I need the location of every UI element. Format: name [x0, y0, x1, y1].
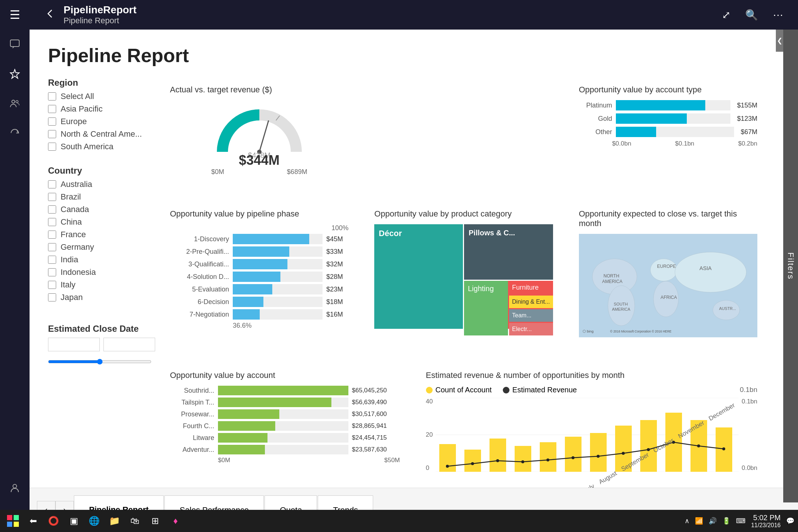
gauge-container: $438M $344M $0M $689M — [211, 100, 307, 176]
pipeline-track-1 — [233, 234, 323, 244]
taskbar-volume-icon[interactable]: 🔊 — [709, 517, 717, 525]
country-india[interactable]: India — [48, 255, 151, 265]
country-japan[interactable]: Japan — [48, 293, 151, 302]
search-button[interactable]: 🔍 — [745, 9, 758, 21]
gauge-axis-labels: $0M $689M — [211, 168, 307, 176]
region-asia-pacific[interactable]: Asia Pacific — [48, 104, 151, 114]
country-brazil-cb[interactable] — [48, 193, 56, 201]
region-south-america-checkbox[interactable] — [48, 143, 56, 151]
taskbar-battery-icon[interactable]: 🔋 — [722, 517, 730, 525]
country-australia[interactable]: Australia — [48, 180, 151, 189]
sidebar-people-icon[interactable] — [0, 89, 30, 118]
country-canada[interactable]: Canada — [48, 205, 151, 214]
region-north-central-checkbox[interactable] — [48, 130, 56, 138]
actual-vs-target-chart: Actual vs. target revenue ($) — [163, 78, 356, 183]
date-range-slider[interactable] — [48, 359, 151, 365]
svg-point-43 — [496, 459, 499, 462]
country-canada-cb[interactable] — [48, 205, 56, 214]
date-range-label: Estimated Close Date — [48, 324, 151, 334]
country-china-cb[interactable] — [48, 218, 56, 226]
country-indonesia[interactable]: Indonesia — [48, 267, 151, 277]
country-filter-label: Country — [48, 166, 151, 176]
pipeline-track-7 — [233, 309, 323, 320]
taskbar-chevron-icon[interactable]: ∧ — [685, 517, 689, 525]
taskbar-multitask-button[interactable]: ▣ — [65, 512, 83, 530]
country-china[interactable]: China — [48, 217, 151, 227]
region-select-all[interactable]: Select All — [48, 92, 151, 101]
acct-track-adventur — [218, 445, 348, 454]
bar-value-other: $67M — [741, 128, 757, 136]
country-italy[interactable]: Italy — [48, 280, 151, 290]
back-button[interactable] — [44, 8, 56, 22]
pipeline-label-4: 4-Solution D... — [170, 273, 229, 281]
treemap-team-label: Team... — [512, 312, 531, 318]
charts-top-row: Actual vs. target revenue ($) — [163, 78, 765, 183]
topbar-title-sub: Pipeline Report — [64, 16, 137, 25]
country-australia-cb[interactable] — [48, 180, 56, 188]
svg-rect-33 — [540, 442, 556, 472]
taskbar-store-icon[interactable]: 🛍 — [126, 512, 144, 530]
taskbar-home-button[interactable]: ⭕ — [44, 512, 63, 530]
sidebar-user-icon[interactable] — [0, 473, 30, 502]
region-south-america-label: South America — [61, 142, 113, 151]
pipeline-track-4 — [233, 272, 323, 282]
opportunity-map-chart: Opportunity expected to close vs. target… — [572, 202, 765, 345]
acct-val-fourth: $28,865,941 — [352, 422, 400, 430]
acct-label-southrid: Southrid... — [170, 387, 214, 395]
taskbar-edge-icon[interactable]: 🌐 — [85, 512, 103, 530]
region-europe[interactable]: Europe — [48, 117, 151, 126]
country-india-cb[interactable] — [48, 256, 56, 264]
region-asia-pacific-label: Asia Pacific — [61, 104, 103, 114]
y-left-0: 0 — [426, 464, 433, 472]
pipeline-val-5: $23M — [326, 286, 348, 293]
date-start-input[interactable]: 1/20/2015 — [48, 338, 100, 351]
start-button[interactable] — [4, 512, 22, 530]
country-indonesia-cb[interactable] — [48, 268, 56, 276]
region-europe-checkbox[interactable] — [48, 117, 56, 126]
svg-rect-56 — [14, 522, 19, 527]
country-germany[interactable]: Germany — [48, 242, 151, 252]
more-button[interactable]: ⋯ — [773, 9, 783, 21]
country-france-cb[interactable] — [48, 231, 56, 239]
hamburger-button[interactable]: ☰ — [0, 0, 30, 30]
sidebar-refresh-icon[interactable] — [0, 118, 30, 148]
acct-bar-southrid: Southrid... $65,045,250 — [170, 386, 400, 395]
country-brazil[interactable]: Brazil — [48, 192, 151, 202]
pipeline-bar-7: 7-Negotiation $16M — [170, 309, 348, 320]
taskbar-notification-icon[interactable]: 💬 — [786, 517, 794, 525]
country-italy-cb[interactable] — [48, 281, 56, 289]
region-select-all-checkbox[interactable] — [48, 92, 56, 100]
treemap-lighting-label: Lighting — [468, 284, 494, 293]
taskbar-explorer-icon[interactable]: 📁 — [105, 512, 124, 530]
region-north-central[interactable]: North & Central Ame... — [48, 129, 151, 139]
svg-rect-0 — [10, 40, 19, 47]
region-asia-pacific-checkbox[interactable] — [48, 105, 56, 113]
pipeline-bar-4: 4-Solution D... $28M — [170, 272, 348, 282]
sidebar-star-icon[interactable] — [0, 59, 30, 89]
country-germany-cb[interactable] — [48, 243, 56, 251]
region-south-america[interactable]: South America — [48, 142, 151, 151]
treemap-pillows: Pillows & C... — [464, 224, 553, 280]
date-end-input[interactable]: 12/6/2016 — [103, 338, 155, 351]
country-japan-cb[interactable] — [48, 293, 56, 301]
country-australia-label: Australia — [61, 180, 92, 189]
svg-rect-30 — [464, 450, 481, 472]
product-category-title: Opportunity value by product category — [374, 209, 553, 219]
taskbar-network-icon[interactable]: 📶 — [695, 517, 703, 525]
taskbar-back-button[interactable]: ⬅ — [24, 512, 42, 530]
filters-panel-label[interactable]: Filters — [783, 30, 798, 502]
y-right-00: 0.0bn — [741, 464, 757, 472]
taskbar-keyboard-icon[interactable]: ⌨ — [736, 517, 746, 525]
treemap-furniture: Furniture — [509, 281, 553, 294]
svg-text:EUROPE: EUROPE — [657, 264, 676, 269]
taskbar-clock[interactable]: 5:02 PM 11/23/2016 — [751, 514, 781, 529]
legend-count-dot — [426, 387, 433, 393]
filter-toggle-button[interactable]: ❮ — [776, 30, 783, 52]
taskbar-windows-icon[interactable]: ⊞ — [146, 512, 164, 530]
fullscreen-button[interactable]: ⤢ — [722, 9, 730, 21]
sidebar-chat-icon[interactable] — [0, 30, 30, 59]
country-france[interactable]: France — [48, 230, 151, 239]
taskbar-powerbi-icon[interactable]: ♦ — [166, 512, 185, 530]
bar-fill-gold — [616, 113, 687, 124]
pipeline-fill-7 — [233, 309, 260, 320]
